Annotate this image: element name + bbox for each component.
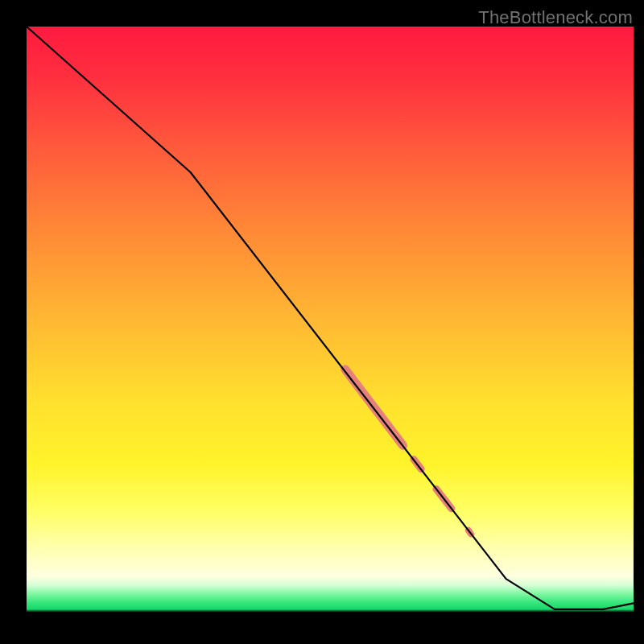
chart-stage: TheBottleneck.com — [0, 0, 644, 644]
watermark-text: TheBottleneck.com — [478, 7, 633, 28]
chart-overlay — [27, 27, 634, 634]
data-curve — [27, 27, 634, 609]
